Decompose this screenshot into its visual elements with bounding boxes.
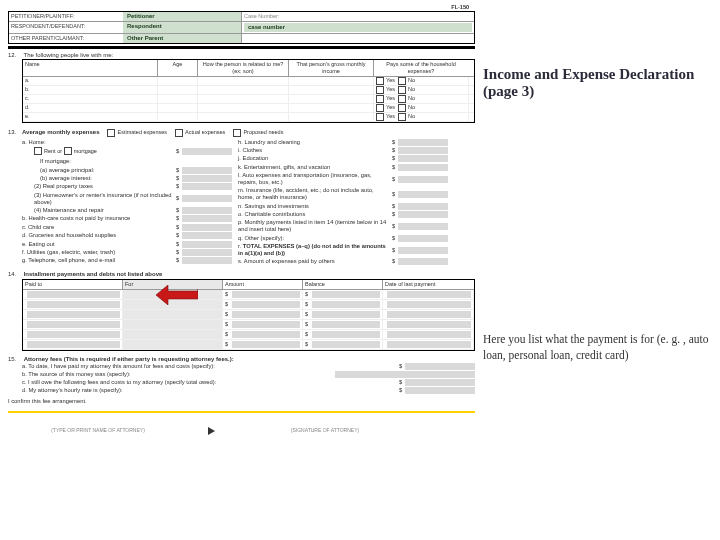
amount-field[interactable] [182,249,232,256]
for-cell[interactable] [123,340,223,349]
other-parent-value[interactable]: Other Parent [123,34,241,43]
pays-yes[interactable]: Yes [376,113,395,121]
amount-field[interactable] [398,147,448,154]
household-row: b.YesNo [23,86,474,95]
form-code: FL-150 [8,4,475,11]
amount-field[interactable] [398,155,448,162]
sig-print-name: (TYPE OR PRINT NAME OF ATTORNEY) [8,427,188,435]
fee-field[interactable] [405,363,475,370]
annotation-panel: Income and Expense Declaration (page 3) … [481,0,720,435]
debt-row [23,340,474,350]
section-14: 14. Installment payments and debts not l… [8,271,475,351]
case-number-value[interactable]: case number [244,23,472,32]
attorney-fee-row: b. The source of this money was (specify… [22,371,475,378]
for-cell[interactable] [123,320,223,329]
col-balance: Balance [303,280,383,289]
col-income: That person's gross monthly income [289,60,374,75]
petitioner-label: PETITIONER/PLAINTIFF: [9,12,123,21]
other-parent-label: OTHER PARENT/CLAIMANT: [9,34,123,43]
amount-field[interactable] [182,232,232,239]
pays-yes[interactable]: Yes [376,86,395,94]
sec14-title: Installment payments and debts not liste… [24,271,163,277]
sec12-num: 12. [8,52,22,59]
pays-no[interactable]: No [398,113,415,121]
expense-row: k. Entertainment, gifts, and vacation$ [238,164,448,171]
expense-row: r. TOTAL EXPENSES (a–q) (do not add in t… [238,243,448,257]
expense-row: q. Other (specify):$ [238,235,448,242]
amount-field[interactable] [182,241,232,248]
amount-field[interactable] [398,139,448,146]
section-12: 12. The following people live with me: N… [8,52,475,122]
opt-estimated[interactable]: Estimated expenses [107,129,167,137]
attorney-fee-row: c. I still owe the following fees and co… [22,379,475,386]
col-relation: How the person is related to me? (ex: so… [198,60,289,75]
amount-field[interactable] [398,176,448,183]
expense-row: (a) average principal:$ [22,167,232,174]
amount-field[interactable] [398,203,448,210]
household-table: Name Age How the person is related to me… [22,59,475,122]
debt-row [23,330,474,340]
amount-field[interactable] [398,164,448,171]
slide-title: Income and Expense Declaration (page 3) [483,66,720,100]
amount-field[interactable] [398,223,448,230]
col-name: Name [23,60,158,75]
amount-field[interactable] [398,235,448,242]
attorney-fee-row: a. To date, I have paid my attorney this… [22,363,475,370]
pays-yes[interactable]: Yes [376,95,395,103]
opt-proposed[interactable]: Proposed needs [233,129,283,137]
expense-row: p. Monthly payments listed in item 14 (i… [238,219,448,233]
for-cell[interactable] [123,310,223,319]
expense-row: c. Child care$ [22,224,232,231]
amount-field[interactable] [182,224,232,231]
col-age: Age [158,60,198,75]
case-number-label: Case Number: [244,13,279,20]
slide-caption: Here you list what the payment is for (e… [483,332,720,363]
for-cell[interactable] [123,330,223,339]
fee-field[interactable] [405,379,475,386]
opt-actual[interactable]: Actual expenses [175,129,225,137]
expense-row: d. Groceries and household supplies$ [22,232,232,239]
amount-field[interactable] [182,257,232,264]
attorney-fee-row: d. My attorney's hourly rate is (specify… [22,387,475,394]
col-pays: Pays some of the household expenses? [374,60,468,75]
amount-field[interactable] [182,183,232,190]
expense-row: i. Clothes$ [238,147,448,154]
pays-no[interactable]: No [398,86,415,94]
amount-field[interactable] [182,207,232,214]
sec13-num: 13. [8,129,22,267]
amount-field[interactable] [182,175,232,182]
expense-row: b. Health-care costs not paid by insuran… [22,215,232,222]
form-page: FL-150 PETITIONER/PLAINTIFF: Petitioner … [0,0,481,435]
section-15: 15. Attorney fees (This is required if e… [8,356,475,405]
household-row: d.YesNo [23,104,474,113]
amount-field[interactable] [182,167,232,174]
amount-field[interactable] [398,258,448,265]
pays-yes[interactable]: Yes [376,77,395,85]
amount-field[interactable] [398,191,448,198]
pays-no[interactable]: No [398,77,415,85]
household-row: e.YesNo [23,113,474,122]
sec15-num: 15. [8,356,22,363]
amount-field[interactable] [182,215,232,222]
petitioner-value[interactable]: Petitioner [123,12,241,21]
amount-field[interactable] [182,195,232,202]
col-amount: Amount [223,280,303,289]
respondent-value[interactable]: Respondent [123,22,241,33]
fee-field[interactable] [405,387,475,394]
pays-no[interactable]: No [398,95,415,103]
source-field[interactable] [335,371,475,378]
pays-yes[interactable]: Yes [376,104,395,112]
debt-row [23,300,474,310]
expense-row: If mortgage: [22,158,232,165]
sig-signature: (SIGNATURE OF ATTORNEY) [235,427,415,435]
amount-field[interactable] [182,148,232,155]
amount-field[interactable] [398,247,448,254]
amount-field[interactable] [398,211,448,218]
expense-row: (3) Homeowner's or renter's insurance (i… [22,192,232,206]
expense-row: Rent or mortgage $ [22,147,232,157]
expense-row: h. Laundry and cleaning$ [238,139,448,146]
divider [8,46,475,49]
respondent-label: RESPONDENT/DEFENDANT: [9,22,123,33]
debt-row [23,320,474,330]
pays-no[interactable]: No [398,104,415,112]
